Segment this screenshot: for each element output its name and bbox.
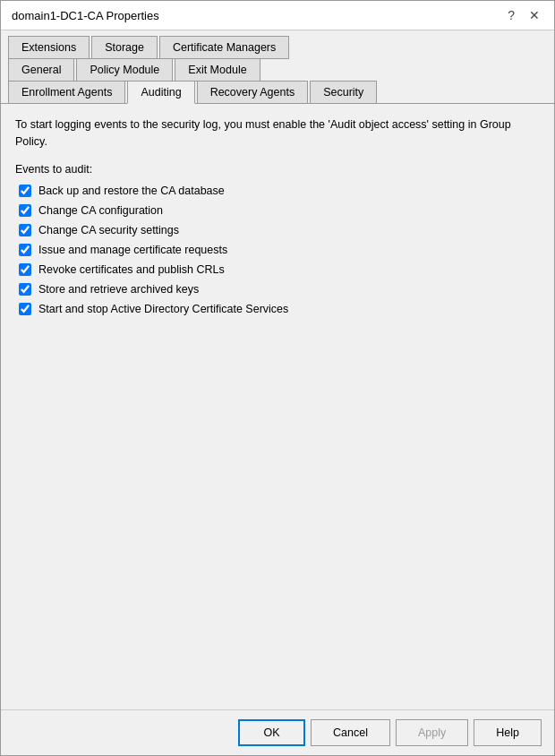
tab-certificate-managers[interactable]: Certificate Managers: [159, 36, 289, 59]
tab-storage[interactable]: Storage: [91, 36, 158, 59]
checkbox-label-backup-restore[interactable]: Back up and restore the CA database: [38, 185, 225, 197]
list-item: Change CA configuration: [19, 204, 540, 217]
tab-enrollment-agents[interactable]: Enrollment Agents: [8, 81, 125, 104]
list-item: Revoke certificates and publish CRLs: [19, 263, 540, 276]
checkbox-label-change-ca-config[interactable]: Change CA configuration: [38, 204, 163, 217]
window-title: domain1-DC1-CA Properties: [12, 9, 159, 22]
cancel-button[interactable]: Cancel: [311, 719, 390, 746]
checkbox-store-retrieve[interactable]: [19, 283, 31, 296]
checkbox-backup-restore[interactable]: [19, 185, 31, 197]
apply-button[interactable]: Apply: [396, 719, 468, 746]
tabs-section: Extensions Storage Certificate Managers …: [1, 30, 554, 103]
checkbox-label-start-stop-adcs[interactable]: Start and stop Active Directory Certific…: [38, 303, 288, 315]
checkbox-label-change-ca-security[interactable]: Change CA security settings: [38, 224, 179, 236]
checkbox-start-stop-adcs[interactable]: [19, 303, 31, 315]
tab-row-3: Enrollment Agents Auditing Recovery Agen…: [8, 81, 547, 103]
list-item: Store and retrieve archived keys: [19, 283, 540, 296]
help-dialog-button[interactable]: Help: [474, 719, 542, 746]
checkbox-list: Back up and restore the CA database Chan…: [19, 185, 540, 315]
tab-auditing[interactable]: Auditing: [127, 81, 194, 104]
tab-security[interactable]: Security: [310, 81, 377, 104]
title-bar: domain1-DC1-CA Properties ? ✕: [1, 1, 554, 30]
bottom-bar: OK Cancel Apply Help: [1, 709, 554, 755]
dialog-window: domain1-DC1-CA Properties ? ✕ Extensions…: [0, 0, 555, 756]
list-item: Issue and manage certificate requests: [19, 244, 540, 256]
tab-row-1: Extensions Storage Certificate Managers: [8, 36, 547, 58]
tab-general[interactable]: General: [8, 58, 74, 82]
checkbox-label-revoke-crls[interactable]: Revoke certificates and publish CRLs: [38, 263, 225, 276]
info-text: To start logging events to the security …: [15, 116, 540, 150]
checkbox-issue-manage-certs[interactable]: [19, 244, 31, 256]
help-button[interactable]: ?: [504, 8, 518, 22]
events-label: Events to audit:: [15, 163, 540, 176]
tab-extensions[interactable]: Extensions: [8, 36, 90, 59]
tab-exit-module[interactable]: Exit Module: [175, 58, 260, 82]
content-area: To start logging events to the security …: [1, 103, 554, 709]
ok-button[interactable]: OK: [238, 719, 305, 746]
close-button[interactable]: ✕: [525, 8, 543, 22]
title-controls: ? ✕: [504, 8, 543, 22]
checkbox-revoke-crls[interactable]: [19, 263, 31, 276]
checkbox-label-issue-manage-certs[interactable]: Issue and manage certificate requests: [38, 244, 227, 256]
list-item: Back up and restore the CA database: [19, 185, 540, 197]
checkbox-label-store-retrieve[interactable]: Store and retrieve archived keys: [38, 283, 199, 296]
list-item: Change CA security settings: [19, 224, 540, 236]
checkbox-change-ca-security[interactable]: [19, 224, 31, 236]
tab-row-2: General Policy Module Exit Module: [8, 58, 547, 81]
tab-recovery-agents[interactable]: Recovery Agents: [197, 81, 309, 104]
tab-policy-module[interactable]: Policy Module: [76, 58, 173, 82]
checkbox-change-ca-config[interactable]: [19, 204, 31, 217]
list-item: Start and stop Active Directory Certific…: [19, 303, 540, 315]
